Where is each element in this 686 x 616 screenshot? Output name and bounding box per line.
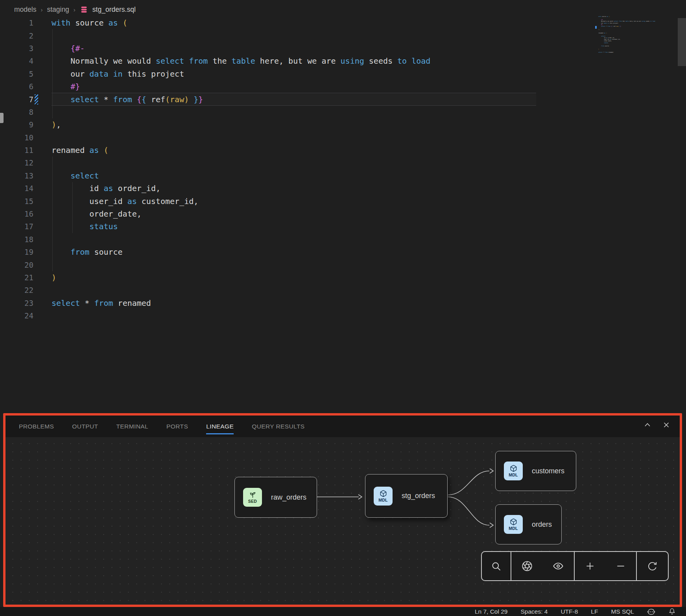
tab-output[interactable]: OUTPUT: [72, 423, 98, 430]
line-number: 14: [12, 184, 33, 193]
code-line-text: id as order_id,: [52, 184, 160, 193]
lineage-node-customers[interactable]: MDL customers: [495, 451, 576, 491]
code-line[interactable]: 11renamed as (: [0, 144, 686, 156]
visibility-button[interactable]: [542, 561, 574, 572]
tab-lineage[interactable]: LINEAGE: [206, 423, 234, 430]
node-label: raw_orders: [271, 493, 306, 502]
eye-icon: [553, 561, 564, 572]
code-line[interactable]: 15 user_id as customer_id,: [0, 195, 686, 207]
notifications-bell-icon[interactable]: [668, 608, 676, 615]
cursor-position[interactable]: Ln 7, Col 29: [475, 608, 508, 615]
node-label: orders: [532, 520, 552, 529]
code-line[interactable]: 6 #}: [0, 80, 686, 93]
panel-tab-bar: PROBLEMSOUTPUTTERMINALPORTSLINEAGEQUERY …: [6, 416, 680, 437]
breadcrumb-separator: ›: [41, 6, 42, 13]
capture-button[interactable]: [511, 561, 543, 572]
code-line[interactable]: 10: [0, 131, 686, 144]
line-number: 17: [12, 222, 33, 231]
code-line[interactable]: 5 our data in this project: [0, 68, 686, 80]
tab-ports[interactable]: PORTS: [166, 423, 188, 430]
code-line-text: ),: [52, 120, 61, 129]
line-number: 6: [12, 82, 33, 91]
breadcrumb-file-name[interactable]: stg_orders.sql: [92, 6, 136, 14]
code-line[interactable]: 7 select * from {{ ref(raw) }}: [0, 93, 686, 105]
breadcrumb-item-staging[interactable]: staging: [47, 6, 69, 14]
database-icon: [80, 6, 88, 14]
zoom-in-button[interactable]: [575, 561, 605, 571]
breadcrumb-item-models[interactable]: models: [14, 6, 36, 14]
indentation-setting[interactable]: Spaces: 4: [520, 608, 548, 615]
line-number: 10: [12, 133, 33, 142]
code-line[interactable]: 14 id as order_id,: [0, 182, 686, 195]
code-line-text: with source as (: [52, 18, 127, 28]
model-badge: MDL: [374, 487, 393, 506]
maximize-panel-icon[interactable]: [644, 421, 651, 429]
language-mode[interactable]: MS SQL: [611, 608, 634, 615]
line-number: 3: [12, 44, 33, 53]
line-number: 19: [12, 248, 33, 256]
code-lines: 1with source as (23 {#-4 Normally we wou…: [0, 17, 686, 322]
badge-label: SED: [248, 499, 257, 504]
lineage-node-raw-orders[interactable]: SED raw_orders: [234, 477, 317, 518]
minimap[interactable]: with source as ( {#- Normally we would s…: [598, 16, 667, 55]
vscode-window: models › staging › stg_orders.sql 1with …: [0, 0, 686, 616]
code-line[interactable]: 12: [0, 156, 686, 169]
line-number: 2: [12, 31, 33, 40]
cube-icon: [510, 465, 517, 472]
code-line[interactable]: 21): [0, 271, 686, 284]
code-line[interactable]: 9),: [0, 118, 686, 131]
badge-label: MDL: [509, 526, 518, 531]
code-line[interactable]: 16 order_date,: [0, 208, 686, 220]
tab-terminal[interactable]: TERMINAL: [116, 423, 148, 430]
refresh-icon: [647, 561, 658, 572]
copilot-icon[interactable]: [647, 608, 655, 615]
code-editor[interactable]: 1with source as (23 {#-4 Normally we wou…: [0, 17, 686, 414]
code-line[interactable]: 13 select: [0, 169, 686, 182]
code-line[interactable]: 17 status: [0, 220, 686, 233]
line-number: 1: [12, 18, 33, 27]
line-number: 8: [12, 108, 33, 116]
code-line-text: from source: [52, 247, 123, 257]
search-icon: [491, 561, 502, 572]
encoding-setting[interactable]: UTF-8: [561, 608, 578, 615]
code-line[interactable]: 3 {#-: [0, 42, 686, 55]
code-line-text: select: [52, 171, 99, 180]
code-line[interactable]: 22: [0, 284, 686, 296]
line-number: 20: [12, 261, 33, 269]
code-line[interactable]: 19 from source: [0, 246, 686, 258]
tab-problems[interactable]: PROBLEMS: [19, 423, 54, 430]
lineage-toolbar: [481, 551, 669, 581]
code-line[interactable]: 20: [0, 258, 686, 271]
lineage-node-stg-orders[interactable]: MDL stg_orders: [365, 474, 448, 518]
code-line[interactable]: 4 Normally we would select from the tabl…: [0, 55, 686, 67]
code-line[interactable]: 23select * from renamed: [0, 297, 686, 309]
code-line[interactable]: 18: [0, 233, 686, 246]
code-line-text: user_id as customer_id,: [52, 197, 198, 206]
zoom-out-button[interactable]: [605, 561, 636, 571]
node-label: stg_orders: [402, 492, 435, 500]
line-number: 7: [12, 95, 33, 104]
line-number: 12: [12, 158, 33, 167]
code-line[interactable]: 2: [0, 29, 686, 42]
code-line[interactable]: 24: [0, 309, 686, 322]
close-panel-icon[interactable]: [662, 421, 670, 429]
left-edge-handle: [0, 113, 4, 123]
code-line[interactable]: 1with source as (: [0, 17, 686, 29]
editor-scrollbar[interactable]: [678, 18, 686, 66]
breadcrumb-separator: ›: [74, 6, 76, 13]
minimap-line: [598, 53, 667, 55]
cube-icon: [510, 518, 517, 526]
search-button[interactable]: [482, 561, 511, 572]
tab-query-results[interactable]: QUERY RESULTS: [252, 423, 304, 430]
lineage-node-orders[interactable]: MDL orders: [495, 504, 562, 544]
line-number: 16: [12, 210, 33, 218]
line-number: 9: [12, 120, 33, 129]
code-line-text: #}: [52, 82, 80, 91]
line-number: 23: [12, 299, 33, 307]
code-line[interactable]: 8: [0, 106, 686, 118]
model-badge: MDL: [504, 462, 523, 480]
code-line-text: status: [52, 222, 118, 231]
refresh-button[interactable]: [637, 561, 668, 572]
eol-setting[interactable]: LF: [591, 608, 598, 615]
badge-label: MDL: [378, 498, 388, 502]
